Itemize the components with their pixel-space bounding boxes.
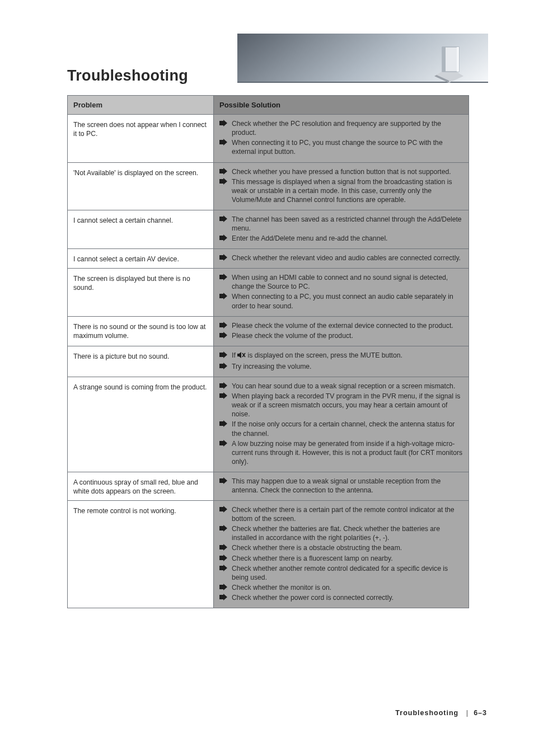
list-item: Try increasing the volume. [219, 362, 463, 371]
arrow-right-icon [219, 254, 228, 262]
solution-text: Please check the volume of the product. [232, 332, 353, 340]
solution-list: Check whether the PC resolution and freq… [219, 119, 463, 156]
problem-cell: The remote control is not working. [68, 501, 214, 608]
solution-text: When using an HDMI cable to connect and … [232, 274, 448, 290]
table-row: The remote control is not working.Check … [68, 501, 469, 608]
solution-list: Check whether you have pressed a functio… [219, 167, 463, 204]
list-item: The channel has been saved as a restrict… [219, 215, 463, 233]
list-item: Please check the volume of the product. [219, 331, 463, 340]
arrow-right-icon [219, 584, 228, 591]
arrow-right-icon [219, 168, 228, 176]
solution-list: Check whether the relevant video and aud… [219, 253, 463, 262]
solution-text: Check whether the relevant video and aud… [232, 254, 461, 262]
solution-cell: Check whether you have pressed a functio… [214, 162, 469, 210]
problem-cell: I cannot select a certain AV device. [68, 249, 214, 269]
solution-cell: Check whether there is a certain part of… [214, 501, 469, 608]
svg-marker-30 [219, 565, 227, 571]
svg-marker-28 [219, 544, 227, 551]
svg-marker-7 [219, 168, 227, 175]
solution-text: Check whether the monitor is on. [232, 584, 331, 591]
solution-cell: Please check the volume of the external … [214, 316, 469, 346]
svg-marker-22 [219, 392, 227, 399]
list-item: When connecting to a PC, you must connec… [219, 292, 463, 310]
table-row: The screen is displayed but there is no … [68, 269, 469, 316]
table-row: There is a picture but no sound.If is di… [68, 346, 469, 377]
solution-text: If is displayed on the screen, press the… [232, 351, 402, 359]
solution-text: A low buzzing noise may be generated fro… [232, 440, 462, 466]
solution-text: This message is displayed when a signal … [232, 178, 452, 204]
solution-cell: Check whether the relevant video and aud… [214, 249, 469, 269]
svg-marker-6 [219, 139, 227, 145]
table-row: A strange sound is coming from the produ… [68, 377, 469, 472]
solution-text: Check whether the power cord is connecte… [232, 594, 394, 602]
svg-marker-8 [219, 178, 227, 185]
table-row: I cannot select a certain AV device.Chec… [68, 249, 469, 269]
problem-cell: The screen does not appear when I connec… [68, 115, 214, 162]
column-header-problem: Problem [68, 96, 214, 115]
solution-list: The channel has been saved as a restrict… [219, 215, 463, 243]
problem-cell: I cannot select a certain channel. [68, 210, 214, 248]
list-item: Enter the Add/Delete menu and re-add the… [219, 234, 463, 243]
arrow-right-icon [219, 565, 228, 572]
list-item: When playing back a recorded TV program … [219, 392, 463, 419]
svg-marker-15 [219, 332, 227, 339]
solution-text: Check whether there is a certain part of… [232, 506, 455, 523]
mute-icon [237, 351, 246, 361]
list-item: If the noise only occurs for a certain c… [219, 420, 463, 438]
arrow-right-icon [219, 120, 228, 128]
svg-marker-13 [219, 293, 227, 299]
solution-text: Check whether the batteries are flat. Ch… [232, 525, 440, 542]
header-banner [237, 34, 488, 83]
problem-text: There is a picture but no sound. [73, 352, 208, 361]
column-header-solution: Possible Solution [214, 96, 469, 115]
svg-marker-25 [219, 477, 227, 484]
list-item: Check whether you have pressed a functio… [219, 167, 463, 176]
list-item: Check whether the PC resolution and freq… [219, 119, 463, 137]
arrow-right-icon [219, 351, 228, 359]
list-item: This message is displayed when a signal … [219, 177, 463, 204]
svg-marker-23 [219, 420, 227, 427]
solution-cell: This may happen due to a weak signal or … [214, 472, 469, 500]
solution-text: You can hear sound due to a weak signal … [232, 382, 455, 390]
arrow-right-icon [219, 139, 228, 147]
arrow-right-icon [219, 555, 228, 562]
solution-text: Please check the volume of the external … [232, 322, 453, 330]
table-row: A continuous spray of small red, blue an… [68, 472, 469, 500]
list-item: When using an HDMI cable to connect and … [219, 273, 463, 291]
arrow-right-icon [219, 332, 228, 340]
list-item: Please check the volume of the external … [219, 321, 463, 330]
page-title: Troubleshooting [67, 67, 188, 84]
svg-marker-26 [219, 506, 227, 513]
list-item: A low buzzing noise may be generated fro… [219, 439, 463, 466]
manual-page: Troubleshooting Problem Possible Solutio… [0, 0, 534, 756]
problem-text: The screen does not appear when I connec… [73, 120, 208, 138]
list-item: Check whether the monitor is on. [219, 583, 463, 592]
problem-text: I cannot select a certain channel. [73, 216, 208, 225]
svg-marker-9 [219, 215, 227, 222]
solution-list: Please check the volume of the external … [219, 321, 463, 340]
problem-text: A continuous spray of small red, blue an… [73, 478, 208, 496]
problem-cell: A strange sound is coming from the produ… [68, 377, 214, 472]
solution-text: Check whether there is a obstacle obstru… [232, 544, 402, 552]
svg-rect-3 [442, 47, 446, 72]
solution-cell: If is displayed on the screen, press the… [214, 346, 469, 377]
svg-marker-29 [219, 555, 227, 561]
arrow-right-icon [219, 392, 228, 400]
problem-cell: There is no sound or the sound is too lo… [68, 316, 214, 346]
solution-text: When playing back a recorded TV program … [232, 392, 460, 418]
svg-marker-12 [219, 274, 227, 280]
problem-text: There is no sound or the sound is too lo… [73, 322, 208, 340]
solution-cell: When using an HDMI cable to connect and … [214, 269, 469, 316]
problem-cell: The screen is displayed but there is no … [68, 269, 214, 316]
arrow-right-icon [219, 363, 228, 370]
monitor-icon [430, 44, 469, 83]
arrow-right-icon [219, 234, 228, 242]
page-number-value: 6–3 [474, 709, 487, 717]
problem-cell: There is a picture but no sound. [68, 346, 214, 377]
solution-list: When using an HDMI cable to connect and … [219, 273, 463, 310]
svg-marker-32 [219, 594, 227, 600]
arrow-right-icon [219, 477, 228, 485]
solution-list: If is displayed on the screen, press the… [219, 351, 463, 371]
arrow-right-icon [219, 322, 228, 330]
solution-list: You can hear sound due to a weak signal … [219, 382, 463, 466]
